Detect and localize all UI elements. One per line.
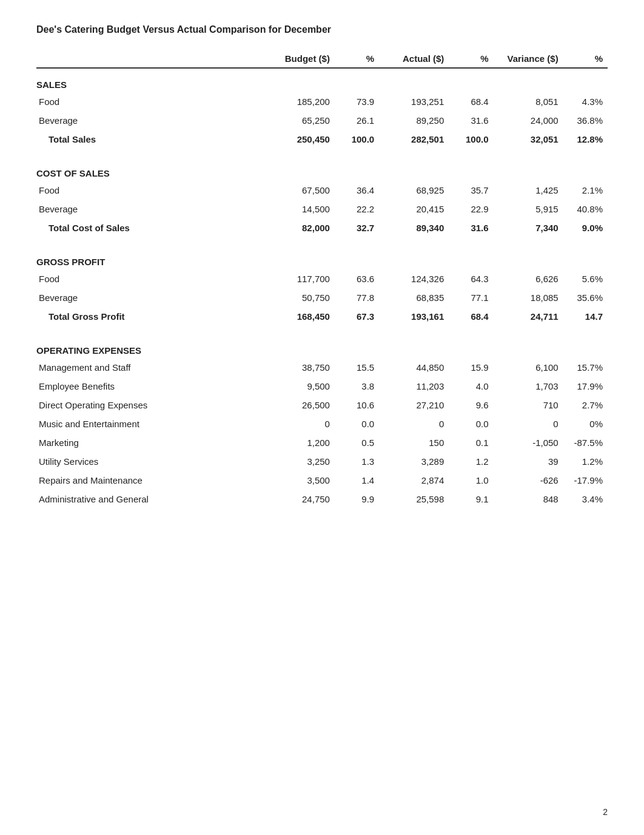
spacer-row — [36, 237, 608, 246]
header-actual-pct: % — [449, 50, 493, 68]
table-header-row: Budget ($) % Actual ($) % Variance ($) % — [36, 50, 608, 68]
section-header-gross-profit: GROSS PROFIT — [36, 246, 608, 269]
header-budget: Budget ($) — [265, 50, 335, 68]
table-row: Utility Services3,2501.33,2891.2391.2% — [36, 452, 608, 471]
page-title: Dee's Catering Budget Versus Actual Comp… — [36, 24, 608, 35]
table-row: Food185,20073.9193,25168.48,0514.3% — [36, 92, 608, 111]
total-row-cost-of-sales: Total Cost of Sales82,00032.789,34031.67… — [36, 218, 608, 237]
table-row: Beverage14,50022.220,41522.95,91540.8% — [36, 200, 608, 218]
table-row: Food117,70063.6124,32664.36,6265.6% — [36, 269, 608, 288]
table-row: Employee Benefits9,5003.811,2034.01,7031… — [36, 377, 608, 396]
table-row: Administrative and General24,7509.925,59… — [36, 490, 608, 509]
table-row: Beverage50,75077.868,83577.118,08535.6% — [36, 288, 608, 307]
table-row: Management and Staff38,75015.544,85015.9… — [36, 358, 608, 377]
section-header-cost-of-sales: COST OF SALES — [36, 157, 608, 181]
spacer-row — [36, 149, 608, 157]
header-actual: Actual ($) — [379, 50, 449, 68]
header-variance-pct: % — [563, 50, 608, 68]
header-variance: Variance ($) — [494, 50, 563, 68]
spacer-row — [36, 326, 608, 334]
header-label — [36, 50, 265, 68]
table-row: Marketing1,2000.51500.1-1,050-87.5% — [36, 433, 608, 452]
table-row: Direct Operating Expenses26,50010.627,21… — [36, 396, 608, 414]
section-header-sales: SALES — [36, 68, 608, 92]
section-header-operating-expenses: OPERATING EXPENSES — [36, 334, 608, 358]
page-number: 2 — [603, 807, 608, 817]
table-row: Food67,50036.468,92535.71,4252.1% — [36, 181, 608, 200]
table-row: Music and Entertainment00.000.000% — [36, 414, 608, 433]
table-row: Repairs and Maintenance3,5001.42,8741.0-… — [36, 471, 608, 490]
header-budget-pct: % — [335, 50, 379, 68]
table-row: Beverage65,25026.189,25031.624,00036.8% — [36, 111, 608, 130]
total-row-gross-profit: Total Gross Profit168,45067.3193,16168.4… — [36, 307, 608, 326]
budget-comparison-table: Budget ($) % Actual ($) % Variance ($) %… — [36, 50, 608, 517]
spacer-row — [36, 509, 608, 517]
total-row-sales: Total Sales250,450100.0282,501100.032,05… — [36, 130, 608, 149]
